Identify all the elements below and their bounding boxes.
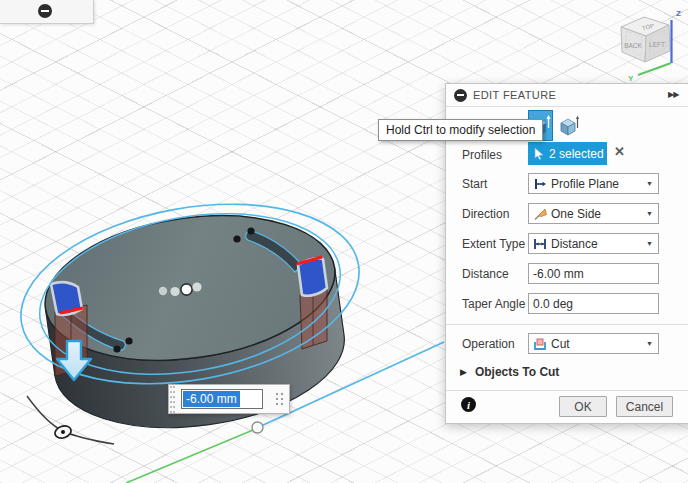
divider [446, 390, 688, 391]
taper-angle-input[interactable] [531, 294, 658, 313]
collapse-minus-icon[interactable] [38, 4, 52, 18]
more-options-dots-icon[interactable] [276, 393, 284, 406]
one-side-icon [533, 207, 547, 221]
viewcube-label-back: BACK [624, 42, 642, 49]
ok-button[interactable]: OK [559, 396, 607, 417]
tooltip-text: Hold Ctrl to modify selection [386, 123, 535, 137]
profile-right[interactable] [297, 257, 327, 296]
extent-type-label: Extent Type [462, 237, 525, 251]
chevron-down-icon: ▼ [646, 240, 658, 247]
chevron-down-icon: ▼ [646, 210, 658, 217]
direction-value: One Side [551, 207, 601, 221]
profiles-selected-button[interactable]: 2 selected [528, 142, 607, 165]
start-value: Profile Plane [551, 177, 619, 191]
chevron-down-icon: ▼ [646, 340, 658, 347]
profiles-label: Profiles [462, 148, 502, 162]
collapsed-panel-header[interactable] [0, 0, 94, 24]
collapse-icon[interactable] [454, 89, 467, 102]
distance-inline-input[interactable]: -6.00 mm [181, 389, 263, 409]
operation-label: Operation [462, 337, 515, 351]
start-label: Start [462, 177, 487, 191]
taper-angle-label: Taper Angle [462, 297, 525, 311]
direction-label: Direction [462, 207, 509, 221]
distance-inline-value: -6.00 mm [183, 391, 240, 407]
start-dropdown[interactable]: Profile Plane ▼ [528, 173, 659, 194]
distance-extent-icon [533, 237, 547, 251]
handle-point[interactable] [252, 422, 263, 433]
cursor-icon [533, 147, 545, 160]
extrude-type-thin[interactable] [558, 113, 582, 138]
operation-value: Cut [551, 337, 570, 351]
axis-line-green [126, 430, 253, 483]
profiles-selected-count: 2 selected [549, 147, 604, 161]
divider [446, 324, 688, 325]
cancel-button[interactable]: Cancel [616, 396, 673, 417]
viewcube[interactable]: TOP BACK LEFT Z Y [621, 9, 681, 83]
extent-type-value: Distance [551, 237, 598, 251]
objects-to-cut-label: Objects To Cut [475, 365, 559, 379]
drag-handle[interactable] [169, 385, 177, 413]
extrude-thin-icon [559, 115, 581, 136]
expand-arrows-icon[interactable]: ▶▶ [668, 90, 678, 99]
axis-z-label: Z [676, 9, 681, 18]
expand-triangle-icon: ▶ [460, 367, 467, 377]
chevron-down-icon: ▼ [646, 180, 658, 187]
distance-input[interactable] [531, 264, 658, 283]
clear-selection-icon[interactable]: ✕ [614, 145, 625, 158]
tooltip: Hold Ctrl to modify selection [378, 119, 543, 141]
axis-y [638, 63, 671, 75]
taper-angle-field[interactable] [528, 293, 659, 314]
dialog-title: EDIT FEATURE [473, 89, 556, 101]
distance-field[interactable] [528, 263, 659, 284]
direction-dropdown[interactable]: One Side ▼ [528, 203, 659, 224]
objects-to-cut-toggle[interactable]: ▶ Objects To Cut [460, 365, 559, 379]
profile-left[interactable] [51, 282, 83, 315]
viewcube-label-left: LEFT [649, 41, 665, 48]
axis-y-label: Y [628, 74, 634, 83]
cut-operation-icon [533, 337, 547, 351]
operation-dropdown[interactable]: Cut ▼ [528, 333, 659, 354]
distance-manipulator-box: -6.00 mm [168, 384, 290, 414]
dialog-header[interactable]: EDIT FEATURE [446, 84, 688, 107]
profile-plane-icon [533, 177, 547, 191]
extent-type-dropdown[interactable]: Distance ▼ [528, 233, 659, 254]
info-icon[interactable]: i [461, 397, 476, 412]
distance-label: Distance [462, 267, 509, 281]
